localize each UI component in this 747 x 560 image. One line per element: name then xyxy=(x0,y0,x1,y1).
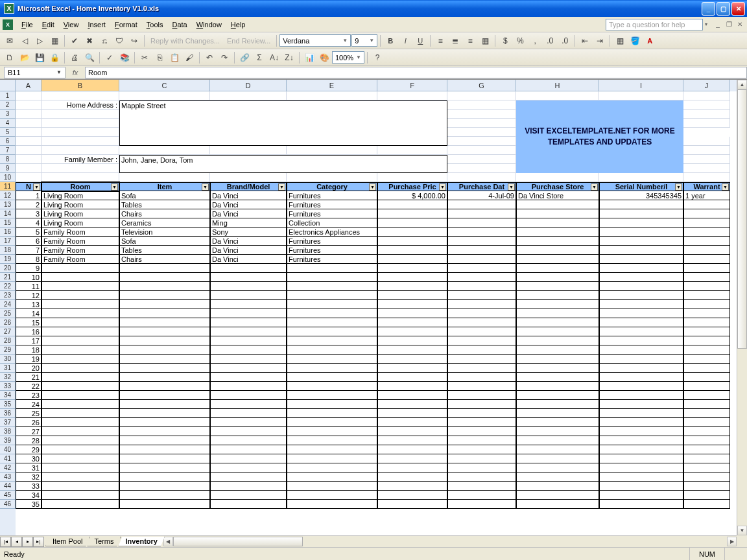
cell[interactable] xyxy=(210,445,287,454)
cell[interactable] xyxy=(447,427,516,436)
cell[interactable] xyxy=(119,355,210,364)
cell[interactable]: Da Vinci xyxy=(210,200,287,209)
cell[interactable] xyxy=(210,391,287,400)
cell[interactable] xyxy=(599,364,683,373)
col-header-F[interactable]: F xyxy=(377,80,447,91)
cell[interactable]: Family Room xyxy=(42,237,119,246)
cell[interactable] xyxy=(119,454,210,463)
cell[interactable] xyxy=(287,173,377,182)
cell[interactable] xyxy=(42,309,119,318)
row-header-35[interactable]: 35 xyxy=(0,400,16,409)
cell[interactable]: Da Vinci xyxy=(210,237,287,246)
cell[interactable] xyxy=(119,119,210,128)
cell[interactable] xyxy=(377,454,447,463)
cell[interactable]: Television xyxy=(119,228,210,237)
cell[interactable] xyxy=(516,282,599,291)
cell[interactable] xyxy=(683,345,730,355)
cell[interactable] xyxy=(599,445,683,454)
cell[interactable] xyxy=(516,382,599,391)
cell[interactable] xyxy=(599,482,683,491)
minimize-button[interactable]: _ xyxy=(702,2,715,16)
cell[interactable] xyxy=(119,146,210,155)
cell[interactable] xyxy=(210,345,287,355)
cell[interactable] xyxy=(683,318,730,327)
cell[interactable] xyxy=(447,400,516,409)
cell[interactable] xyxy=(599,345,683,355)
cell[interactable] xyxy=(447,155,516,164)
cell[interactable] xyxy=(377,155,447,164)
cell[interactable] xyxy=(119,173,210,182)
cell[interactable] xyxy=(683,246,730,255)
cell-area[interactable]: Home Address :Mapple StreetVISIT EXCELTE… xyxy=(16,91,737,535)
cell[interactable]: 25 xyxy=(16,409,42,418)
cell[interactable] xyxy=(447,209,516,218)
cell[interactable] xyxy=(42,500,119,509)
print-preview-button[interactable]: 🔍 xyxy=(82,51,97,65)
cell[interactable] xyxy=(42,355,119,364)
row-header-43[interactable]: 43 xyxy=(0,472,16,482)
cell[interactable] xyxy=(683,454,730,463)
cell[interactable] xyxy=(599,173,683,182)
cell[interactable] xyxy=(377,100,447,110)
cell[interactable] xyxy=(599,237,683,246)
maximize-button[interactable]: ▢ xyxy=(717,2,730,16)
cell[interactable] xyxy=(377,355,447,364)
cell[interactable] xyxy=(377,364,447,373)
cell[interactable] xyxy=(287,491,377,500)
new-comment-icon[interactable]: ✉ xyxy=(3,34,17,48)
cell[interactable] xyxy=(119,463,210,472)
cell[interactable] xyxy=(287,155,377,164)
cell[interactable] xyxy=(42,128,119,137)
cell[interactable] xyxy=(516,391,599,400)
cell[interactable] xyxy=(210,409,287,418)
cell[interactable]: 18 xyxy=(16,345,42,355)
filter-dropdown-icon[interactable]: ▼ xyxy=(202,183,209,191)
cell[interactable]: 27 xyxy=(16,427,42,436)
cell[interactable] xyxy=(599,500,683,509)
row-header-30[interactable]: 30 xyxy=(0,355,16,364)
cell[interactable] xyxy=(516,300,599,309)
cell[interactable] xyxy=(42,382,119,391)
cell[interactable] xyxy=(377,300,447,309)
cell[interactable] xyxy=(119,128,210,137)
cell[interactable] xyxy=(447,255,516,264)
cell[interactable] xyxy=(42,119,119,128)
cell[interactable] xyxy=(287,382,377,391)
cell[interactable] xyxy=(377,491,447,500)
filter-dropdown-icon[interactable]: ▼ xyxy=(278,183,285,191)
cell[interactable]: 24 xyxy=(16,400,42,409)
accept-icon[interactable]: ✔ xyxy=(67,34,82,48)
row-header-31[interactable]: 31 xyxy=(0,364,16,373)
cell[interactable]: Family Room xyxy=(42,228,119,237)
doc-restore-button[interactable]: ❐ xyxy=(724,20,733,29)
cell[interactable]: 1 year xyxy=(683,191,730,200)
cell[interactable] xyxy=(377,255,447,264)
cell[interactable]: Furnitures xyxy=(287,237,377,246)
new-button[interactable]: 🗋 xyxy=(3,51,17,65)
cell[interactable] xyxy=(377,218,447,228)
cell[interactable] xyxy=(447,436,516,445)
cell[interactable] xyxy=(119,327,210,336)
row-header-32[interactable]: 32 xyxy=(0,373,16,382)
cell[interactable] xyxy=(377,110,447,119)
cell[interactable] xyxy=(16,110,42,119)
cell[interactable] xyxy=(447,409,516,418)
cell[interactable]: Tables xyxy=(119,246,210,255)
align-right-button[interactable]: ≡ xyxy=(463,34,477,48)
cell[interactable] xyxy=(683,373,730,382)
cell[interactable] xyxy=(287,318,377,327)
cell[interactable]: Da Vinci xyxy=(210,255,287,264)
cell[interactable] xyxy=(377,436,447,445)
row-header-10[interactable]: 10 xyxy=(0,173,16,182)
zoom-select[interactable]: 100%▼ xyxy=(332,51,364,64)
cell[interactable]: Sony xyxy=(210,228,287,237)
cell[interactable] xyxy=(16,164,42,173)
cell[interactable] xyxy=(287,300,377,309)
cell[interactable] xyxy=(210,173,287,182)
cell[interactable] xyxy=(42,472,119,482)
cell[interactable] xyxy=(447,454,516,463)
cell[interactable] xyxy=(42,482,119,491)
cell[interactable] xyxy=(683,400,730,409)
cell[interactable] xyxy=(287,427,377,436)
cell[interactable]: 8 xyxy=(16,255,42,264)
